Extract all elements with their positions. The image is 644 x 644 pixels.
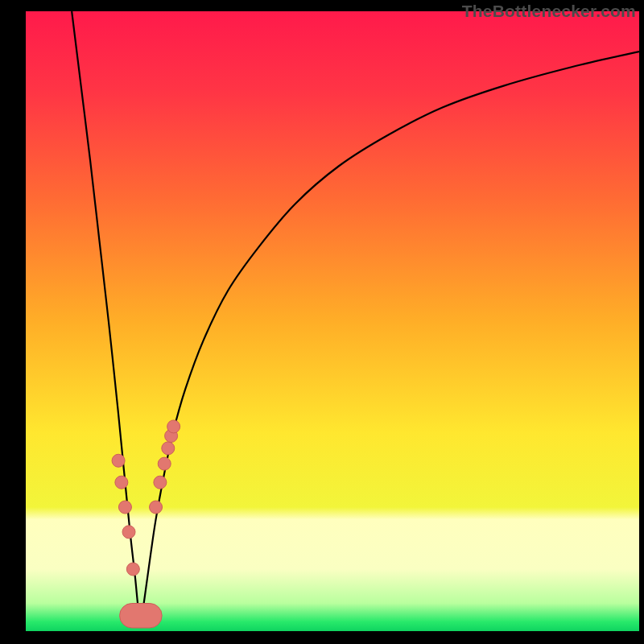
data-marker bbox=[126, 563, 139, 576]
chart-frame: TheBottlenecker.com bbox=[0, 0, 644, 644]
data-marker bbox=[162, 442, 175, 455]
data-marker bbox=[154, 476, 167, 489]
data-marker bbox=[158, 457, 171, 470]
gradient-background bbox=[26, 11, 639, 631]
watermark-text: TheBottlenecker.com bbox=[462, 2, 636, 21]
data-marker bbox=[122, 526, 135, 539]
data-marker bbox=[112, 454, 125, 467]
optimum-pill bbox=[120, 604, 163, 628]
data-marker bbox=[150, 501, 163, 514]
data-marker bbox=[167, 420, 180, 433]
data-marker bbox=[118, 501, 131, 514]
plot-area bbox=[26, 11, 639, 631]
data-marker bbox=[115, 476, 128, 489]
chart-svg bbox=[26, 11, 639, 631]
